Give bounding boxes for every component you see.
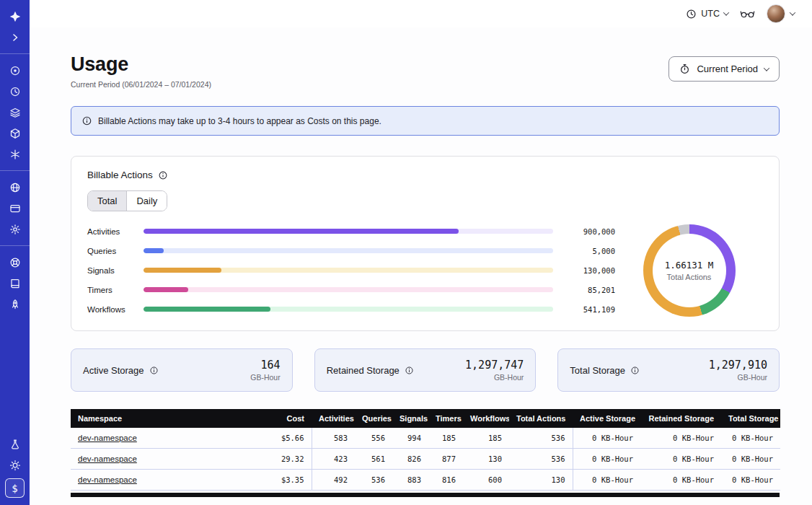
bar-track — [144, 248, 553, 253]
sidebar-item-docs[interactable] — [4, 274, 25, 292]
account-menu[interactable] — [767, 4, 795, 23]
table-cell: 0 KB-Hour — [721, 470, 780, 491]
period-selector-button[interactable]: Current Period — [668, 56, 780, 82]
table-cell: 130 — [463, 449, 509, 470]
bar-value: 541,109 — [563, 305, 615, 314]
page-header: Usage Current Period (06/01/2024 – 07/01… — [71, 53, 780, 89]
sidebar-item-cloud[interactable] — [4, 178, 25, 196]
view-tabs: Total Daily — [87, 190, 167, 211]
temporal-logo-icon — [9, 10, 22, 23]
bar-fill — [144, 268, 221, 273]
main-area: UTC Usage Current Period (06/01/2024 – 0… — [30, 0, 812, 505]
period-subtitle: Current Period (06/01/2024 – 07/01/2024) — [71, 80, 211, 89]
bar-label: Signals — [87, 266, 138, 275]
page-title: Usage — [71, 53, 211, 76]
info-icon[interactable] — [149, 366, 159, 375]
book-icon — [9, 278, 21, 289]
table-cell: 877 — [428, 449, 463, 470]
bar-track — [144, 229, 553, 234]
sidebar-item-billing[interactable] — [4, 199, 25, 217]
active-storage-card: Active Storage 164 GB-Hour — [71, 348, 293, 392]
bar-label: Workflows — [87, 305, 138, 314]
expand-sidebar-button[interactable] — [4, 28, 25, 46]
storage-value: 164 — [250, 359, 280, 372]
storage-summary-row: Active Storage 164 GB-Hour Retained Stor… — [71, 348, 780, 392]
bar-label: Queries — [87, 247, 138, 255]
storage-value: 1,297,747 — [465, 359, 524, 372]
table-cell: $5.66 — [252, 428, 312, 449]
table-cell: 423 — [312, 449, 355, 470]
namespace-usage-table: NamespaceCostActivitiesQueriesSignalsTim… — [71, 409, 780, 497]
table-cell: 0 KB-Hour — [640, 470, 721, 491]
bar-chart-row: Activities900,000 — [87, 221, 615, 241]
timezone-selector[interactable]: UTC — [686, 9, 728, 19]
sidebar-item-workflows[interactable] — [4, 61, 25, 79]
total-actions-label: Total Actions — [665, 273, 714, 281]
gear-icon — [9, 224, 21, 235]
storage-card-label: Total Storage — [570, 365, 640, 376]
sidebar-item-labs[interactable] — [4, 435, 25, 453]
bar-track — [144, 307, 553, 312]
bar-value: 5,000 — [563, 247, 615, 255]
table-row: dev-namespace29.324235618268771305360 KB… — [71, 449, 780, 470]
table-cell: 816 — [428, 470, 463, 491]
bar-fill — [144, 307, 270, 312]
namespace-link[interactable]: dev-namespace — [78, 454, 137, 463]
namespace-link[interactable]: dev-namespace — [78, 434, 137, 442]
donut-center: 1.66131 M Total Actions — [665, 260, 714, 281]
table-cell: 0 KB-Hour — [573, 449, 640, 470]
sidebar-divider — [0, 245, 30, 246]
sidebar-item-deployments[interactable] — [4, 103, 25, 121]
namespace-link[interactable]: dev-namespace — [78, 475, 137, 484]
sidebar-item-getting-started[interactable] — [4, 295, 25, 313]
info-icon[interactable] — [158, 170, 168, 180]
bar-label: Activities — [87, 227, 138, 236]
bar-fill — [144, 287, 188, 292]
retained-storage-card: Retained Storage 1,297,747 GB-Hour — [314, 348, 537, 392]
sidebar-item-support[interactable] — [4, 253, 25, 271]
bar-chart-row: Signals130,000 — [87, 260, 615, 280]
workflows-icon — [9, 65, 21, 76]
table-cell: 556 — [355, 428, 392, 449]
storage-card-label: Retained Storage — [327, 365, 414, 376]
sidebar-item-nexus[interactable] — [4, 145, 25, 163]
tab-total[interactable]: Total — [88, 191, 126, 211]
theme-toggle-button[interactable] — [4, 456, 25, 474]
table-cell: 600 — [463, 470, 509, 491]
sidebar-item-packages[interactable] — [4, 124, 25, 142]
card-icon — [9, 203, 21, 214]
user-avatar — [767, 4, 785, 23]
clock-icon — [686, 9, 697, 19]
column-header: Total Actions — [509, 409, 573, 428]
tab-daily[interactable]: Daily — [126, 191, 167, 211]
sidebar-item-schedules[interactable] — [4, 82, 25, 100]
namespace-cell: dev-namespace — [71, 449, 252, 470]
rocket-icon — [9, 299, 21, 310]
storage-unit: GB-Hour — [709, 373, 767, 382]
column-header: Namespace — [71, 409, 252, 428]
table-header-row: NamespaceCostActivitiesQueriesSignalsTim… — [71, 409, 780, 428]
table-cell: 29.32 — [252, 449, 312, 470]
sun-icon — [9, 460, 21, 471]
app-root: $ UTC Usage Current Period (06/01/2024 — [0, 0, 812, 505]
lifebuoy-icon — [9, 257, 21, 268]
bar-value: 85,201 — [563, 286, 615, 294]
column-header: Cost — [252, 409, 312, 428]
feedback-button[interactable] — [740, 9, 755, 19]
chevron-right-icon — [9, 32, 21, 43]
sidebar-item-home[interactable] — [4, 7, 25, 25]
chart-area: Activities900,000Queries5,000Signals130,… — [87, 221, 763, 319]
table-cell: 826 — [392, 449, 428, 470]
namespace-cell: dev-namespace — [71, 428, 252, 449]
info-icon[interactable] — [630, 366, 640, 375]
card-title: Billable Actions — [87, 170, 763, 180]
billable-actions-card: Billable Actions Total Daily Activities9… — [71, 156, 780, 331]
sidebar-item-usage-active[interactable]: $ — [5, 478, 25, 498]
info-icon[interactable] — [405, 366, 414, 375]
sidebar-item-settings[interactable] — [4, 220, 25, 238]
total-actions-value: 1.66131 M — [665, 260, 714, 271]
table-cell: 0 KB-Hour — [573, 470, 640, 491]
period-selector-label: Current Period — [697, 63, 758, 74]
info-icon — [81, 115, 92, 126]
bar-value: 130,000 — [563, 266, 615, 275]
